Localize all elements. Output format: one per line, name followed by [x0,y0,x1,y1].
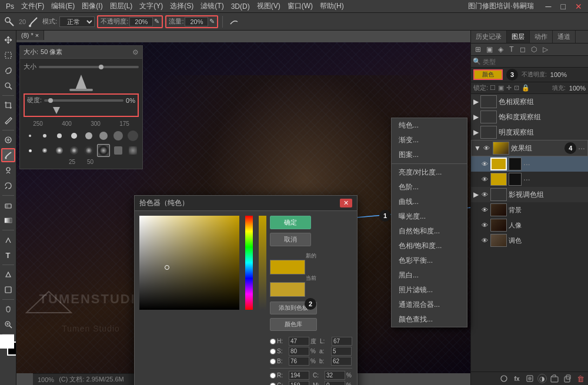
effect-more-btn[interactable]: ··· [578,143,585,153]
movie-group-eye[interactable]: 👁 [480,190,489,199]
h-radio[interactable] [270,339,276,344]
fx-btn[interactable]: fx [512,373,522,384]
canvas-tab[interactable]: (8) * × [16,31,44,40]
layer-eye-1[interactable]: 👁 [480,160,489,168]
adjustment-icon[interactable]: ◈ [496,45,505,54]
menu-window[interactable]: 窗口(W) [284,1,316,11]
color-library-btn[interactable]: 颜色库 [270,318,317,331]
brush-item-12[interactable] [68,144,81,157]
hardness-slider[interactable] [44,99,123,102]
hand-tool[interactable] [1,302,15,316]
link-layers-btn[interactable] [499,373,509,384]
brush-tool-btn[interactable] [2,16,16,28]
fg-bg-colors[interactable] [0,334,16,356]
move-tool[interactable] [1,33,15,47]
r-radio[interactable] [270,373,276,379]
brush-item-2[interactable] [38,129,51,142]
text-tool[interactable]: T [1,248,15,262]
window-maximize[interactable]: □ [557,2,569,11]
brush-item-5[interactable] [82,129,95,142]
rect-select-tool[interactable] [1,48,15,62]
layer-more-2[interactable]: ··· [523,175,530,184]
ctx-exposure[interactable]: 曝光度... [392,209,467,224]
brush-tool[interactable] [1,148,15,162]
ctx-solid-color[interactable]: 纯色... [392,118,467,133]
eyedropper-tool[interactable] [1,113,15,128]
type-icon[interactable]: T [507,45,516,54]
a-input[interactable] [331,347,352,356]
brush-item-8[interactable] [126,129,139,142]
hardness-thumb[interactable] [48,98,53,103]
menu-layer[interactable]: 图层(L) [106,1,136,11]
effect-group-eye[interactable]: 👁 [483,144,491,152]
group-header-hue[interactable]: ▶ 色相观察组 [471,94,588,109]
color-picker-close-btn[interactable]: ✕ [340,199,352,207]
brush-item-6[interactable] [97,129,110,142]
quick-select-tool[interactable] [1,79,15,93]
window-close[interactable]: ✕ [572,2,586,11]
hue-slider[interactable] [245,216,253,310]
video-icon[interactable]: ▷ [540,45,550,54]
menu-file[interactable]: 文件(F) [18,1,48,11]
layer-item-effect1[interactable]: 👁 ··· [471,156,588,172]
add-mask-btn[interactable] [524,373,535,384]
brush-item-7[interactable] [112,129,125,142]
foreground-color[interactable] [0,334,14,349]
portrait1-eye[interactable]: 👁 [480,206,489,214]
color-blend-mode[interactable]: 颜色 [473,69,503,80]
layer-item-portrait3[interactable]: 👁 调色 [471,233,588,248]
menu-edit[interactable]: 编辑(E) [48,1,78,11]
menu-image[interactable]: 图像(I) [78,1,106,11]
zoom-tool[interactable] [1,317,15,332]
group-header-effect[interactable]: ▼ 👁 效果组 4 ··· [471,140,588,156]
new-adjustment-btn[interactable]: ◑ [537,374,547,383]
g-radio[interactable] [270,383,276,386]
color-ok-btn[interactable]: 确定 [270,216,311,229]
tab-layers[interactable]: 图层 [507,31,530,43]
group-header-movie[interactable]: ▶ 👁 影视调色组 [471,187,588,202]
ctx-brightness-contrast[interactable]: 亮度/对比度... [392,165,467,180]
menu-view[interactable]: 视图(V) [253,1,284,11]
shape-tool[interactable] [1,283,15,297]
ctx-color-lookup[interactable]: 颜色查找... [392,312,467,327]
brush-item-3[interactable] [53,129,66,142]
ctx-hue-sat[interactable]: 色相/饱和度... [392,239,467,253]
ctx-levels[interactable]: 色阶... [392,180,467,195]
brush-panel-settings-icon[interactable]: ⚙ [132,48,139,56]
crop-tool[interactable] [1,98,15,112]
new-layer-btn[interactable] [562,373,573,384]
menu-3d[interactable]: 3D(D) [228,2,253,11]
m-input[interactable] [325,381,345,385]
pixel-icon[interactable]: ▣ [485,45,494,54]
ctx-vibrance[interactable]: 自然饱和度... [392,224,467,239]
h-input[interactable] [289,337,309,346]
lasso-tool[interactable] [1,63,15,78]
layer-item-portrait1[interactable]: 👁 背景 [471,202,588,217]
b3-input[interactable] [331,357,352,366]
menu-filter[interactable]: 滤镜(T) [197,1,227,11]
path-select-tool[interactable] [1,267,15,282]
layer-item-portrait2[interactable]: 👁 人像 [471,217,588,233]
menu-help[interactable]: 帮助(H) [316,1,348,11]
brush-item-13[interactable] [82,144,95,157]
layer-more-1[interactable]: ··· [523,159,530,169]
eraser-tool[interactable] [1,198,15,212]
menu-text[interactable]: 文字(Y) [136,1,166,11]
color-gradient-area[interactable] [139,216,239,310]
ctx-channel-mixer[interactable]: 通道混合器... [392,297,467,312]
brush-item-16[interactable] [126,144,139,157]
history-brush-tool[interactable] [1,179,15,193]
ctx-curves[interactable]: 曲线... [392,195,467,209]
tab-channels[interactable]: 通道 [553,31,576,43]
brush-item-1[interactable] [24,129,36,142]
brush-size-thumb[interactable] [99,65,103,69]
menu-select[interactable]: 选择(S) [166,1,197,11]
l-input[interactable] [332,337,352,346]
g-input[interactable] [289,381,309,385]
opacity-input[interactable] [129,17,153,26]
kind-icon[interactable]: ⊞ [473,45,483,54]
new-group-btn[interactable] [549,373,560,384]
layer-eye-2[interactable]: 👁 [480,175,489,183]
smart-icon[interactable]: ⬡ [529,45,539,54]
brush-size-slider[interactable] [39,66,139,68]
